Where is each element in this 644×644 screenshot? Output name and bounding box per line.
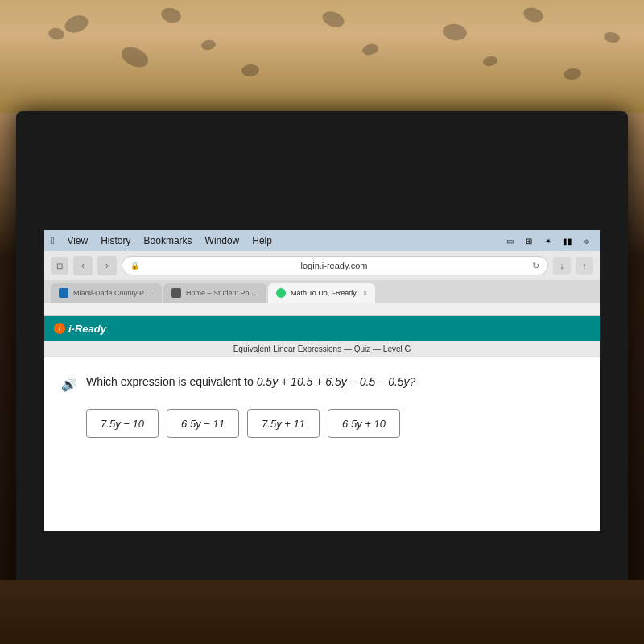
tab-miamidade-label: Miami-Dade County Public Schools [73,289,154,297]
website-content: i i-Ready Equivalent Linear Expressions … [44,316,600,531]
tab-miamidade-favicon [59,288,68,298]
apple-menu[interactable]:  [51,235,54,246]
iready-logo-text: i-Ready [68,323,106,335]
speaker-icon: 🔊 [61,377,77,392]
share-button[interactable]: ↑ [576,257,593,275]
question-row: 🔊 Which expression is equivalent to 0.5y… [60,374,584,393]
cast-icon: ▭ [503,237,516,245]
tab-home-label: Home – Student Portal [186,289,258,297]
laptop-bezel:  View History Bookmarks Window Help ▭ ⊞… [16,111,628,596]
menu-help[interactable]: Help [252,235,272,246]
answer-choice-a-label: 7.5y − 10 [101,418,144,430]
answer-choices: 7.5y − 10 6.5y − 11 7.5y + 11 6.5y + 10 [86,409,584,438]
iready-logo-dot: i [54,323,65,334]
quiz-title: Equivalent Linear Expressions — Quiz — L… [233,345,411,353]
tab-math-label: Math To Do, i-Ready [291,289,357,297]
tab-home[interactable]: Home – Student Portal [163,283,266,303]
address-bar[interactable]: 🔒 login.i-ready.com ↻ [122,256,548,275]
menu-bar:  View History Bookmarks Window Help ▭ ⊞… [44,230,600,251]
tabs-bar: Miami-Dade County Public Schools Home – … [44,280,600,303]
quiz-title-bar: Equivalent Linear Expressions — Quiz — L… [44,341,600,357]
lock-icon: 🔒 [130,262,139,270]
quiz-content: 🔊 Which expression is equivalent to 0.5y… [44,357,600,454]
laptop-screen:  View History Bookmarks Window Help ▭ ⊞… [44,230,600,531]
tab-math-close[interactable]: × [363,289,367,297]
menu-bookmarks[interactable]: Bookmarks [144,235,192,246]
menu-history[interactable]: History [101,235,130,246]
forward-icon: › [105,260,109,271]
url-text: login.i-ready.com [144,261,524,270]
sidebar-toggle-button[interactable]: ⊡ [51,257,68,275]
tab-home-favicon [171,288,181,298]
tab-math-favicon [276,288,286,298]
question-text: Which expression is equivalent to 0.5y +… [86,374,415,390]
answer-choice-d[interactable]: 6.5y + 10 [328,409,400,438]
tab-math[interactable]: Math To Do, i-Ready × [268,283,375,303]
iready-logo: i i-Ready [54,323,106,335]
download-button[interactable]: ↓ [553,257,571,275]
menu-view[interactable]: View [67,235,88,246]
browser-toolbar: ⊡ ‹ › 🔒 login.i-ready.com ↻ ↓ ↑ [44,251,600,280]
answer-choice-d-label: 6.5y + 10 [342,418,386,430]
back-icon: ‹ [81,260,85,271]
desk-area [0,580,644,644]
screen-icon: ⊞ [522,237,535,245]
battery-icon: ▮▮ [561,237,574,245]
wifi-icon: ⌾ [580,237,593,245]
answer-choice-b[interactable]: 6.5y − 11 [167,409,239,438]
fabric-area [0,0,644,113]
refresh-button[interactable]: ↻ [532,261,539,271]
menu-bar-right: ▭ ⊞ ✴ ▮▮ ⌾ [503,237,593,245]
browser-right-buttons: ↓ ↑ [553,257,593,275]
answer-choice-b-label: 6.5y − 11 [181,418,225,430]
tab-miamidade[interactable]: Miami-Dade County Public Schools [51,283,162,303]
answer-choice-c[interactable]: 7.5y + 11 [247,409,320,438]
iready-header: i i-Ready [44,316,600,341]
browser-chrome: ⊡ ‹ › 🔒 login.i-ready.com ↻ ↓ ↑ [44,251,600,316]
answer-choice-c-label: 7.5y + 11 [262,418,305,430]
bluetooth-icon: ✴ [542,237,555,245]
forward-button[interactable]: › [97,256,117,275]
question-expression: 0.5y + 10.5 + 6.5y − 0.5 − 0.5y? [257,375,416,388]
answer-choice-a[interactable]: 7.5y − 10 [86,409,159,438]
question-prefix: Which expression is equivalent to [86,375,254,388]
speaker-button[interactable]: 🔊 [60,375,78,393]
menu-window[interactable]: Window [205,235,240,246]
back-button[interactable]: ‹ [73,256,93,275]
iready-dot-icon: i [59,325,60,332]
